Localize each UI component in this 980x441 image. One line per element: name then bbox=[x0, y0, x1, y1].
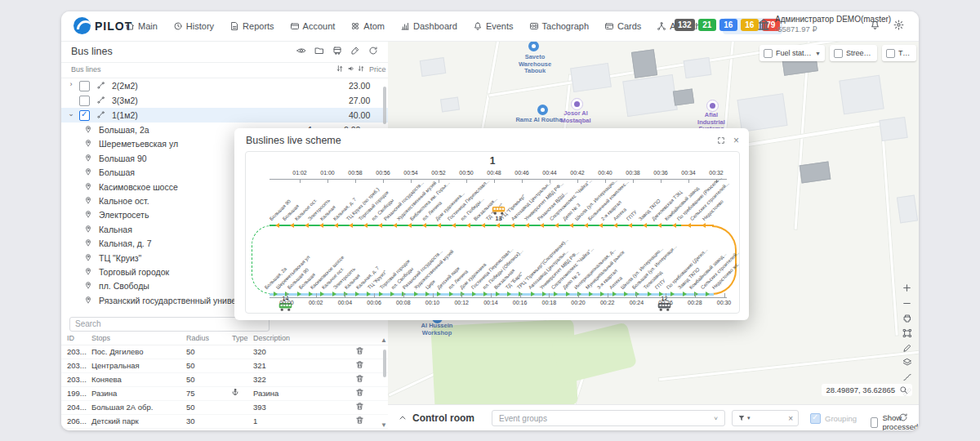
nav-item-history[interactable]: History bbox=[168, 18, 219, 34]
folder-icon[interactable] bbox=[314, 46, 324, 56]
poi-purple-icon[interactable] bbox=[571, 98, 583, 110]
route-arrow-right bbox=[274, 292, 278, 296]
eye-icon[interactable] bbox=[296, 46, 306, 56]
list-scrollbar[interactable] bbox=[383, 87, 386, 124]
table-scrollbar[interactable] bbox=[383, 350, 386, 377]
funnel-icon[interactable] bbox=[737, 414, 746, 422]
swap-sort-icon[interactable] bbox=[357, 65, 365, 73]
grouping-checkbox[interactable] bbox=[810, 413, 821, 424]
line-checkbox[interactable] bbox=[79, 81, 90, 91]
trash-icon[interactable] bbox=[355, 374, 364, 383]
scheme-bus-13[interactable]: 13 bbox=[492, 206, 506, 222]
counter-badge[interactable]: 132 bbox=[675, 19, 695, 31]
trash-icon[interactable] bbox=[355, 388, 364, 397]
kebab-menu-icon[interactable]: ⋮ bbox=[917, 19, 919, 31]
table-row[interactable]: 199...Разина75Разина bbox=[61, 386, 388, 401]
counter-badge[interactable]: 21 bbox=[698, 19, 716, 31]
trash-icon[interactable] bbox=[355, 402, 364, 411]
top-tick bbox=[577, 179, 578, 183]
route-arrow-right bbox=[531, 292, 535, 296]
gear-icon[interactable] bbox=[893, 20, 904, 30]
map-control-fuel-station-types[interactable]: Fuel station types▼ bbox=[760, 45, 825, 61]
grouping-control[interactable]: Grouping bbox=[810, 413, 857, 424]
nav-item-main[interactable]: Main bbox=[120, 18, 163, 34]
pencil-icon[interactable] bbox=[902, 343, 912, 353]
select-chevron-icon: ˅ bbox=[714, 415, 718, 422]
line-checkbox[interactable] bbox=[79, 96, 90, 106]
panel-icons bbox=[296, 46, 378, 56]
bell-icon[interactable] bbox=[870, 20, 880, 30]
nav-item-cards[interactable]: Cards bbox=[599, 18, 646, 34]
nav-item-events[interactable]: Events bbox=[468, 18, 519, 34]
cell-id: 204... bbox=[67, 403, 87, 412]
nav-item-atom[interactable]: Atom bbox=[345, 18, 390, 34]
brush-icon[interactable] bbox=[350, 46, 360, 56]
poi-purple-icon[interactable] bbox=[706, 100, 719, 112]
map-control-traffic[interactable]: Traffic bbox=[882, 45, 916, 61]
top-tick-label: 00:50 bbox=[459, 170, 474, 176]
close-icon[interactable]: × bbox=[733, 135, 739, 146]
bus-line-row[interactable]: ⌄1(1м2)40.00▼ bbox=[61, 108, 388, 122]
scroll-down-icon[interactable]: ▼ bbox=[381, 421, 387, 429]
bottom-tick bbox=[608, 293, 608, 297]
layer-checkbox[interactable] bbox=[886, 49, 895, 58]
nav-item-reports[interactable]: Reports bbox=[225, 18, 279, 34]
expander-icon[interactable]: › bbox=[67, 80, 75, 88]
sort-icon[interactable] bbox=[336, 65, 344, 73]
refresh-icon[interactable] bbox=[368, 46, 378, 56]
expand-icon[interactable] bbox=[717, 135, 725, 146]
map-control-street-view[interactable]: Street view bbox=[830, 45, 877, 61]
trash-icon[interactable] bbox=[355, 430, 364, 430]
zoom-in-icon[interactable] bbox=[902, 283, 912, 293]
poi-blue-icon[interactable] bbox=[528, 41, 539, 51]
counter-badge[interactable]: 16 bbox=[741, 19, 759, 31]
top-tick bbox=[439, 179, 439, 183]
cell-radius: 75 bbox=[186, 389, 195, 398]
counter-badge[interactable]: 16 bbox=[719, 19, 737, 31]
nav-item-tachograph[interactable]: Tachograph bbox=[524, 18, 595, 34]
bottom-tick bbox=[666, 293, 666, 297]
table-row[interactable]: 206...Магазин"КОЛОС"501 bbox=[61, 428, 388, 430]
trash-icon[interactable] bbox=[355, 360, 364, 369]
expander-icon[interactable]: ⌄ bbox=[67, 109, 75, 118]
layer-checkbox[interactable] bbox=[764, 49, 773, 58]
table-row[interactable]: 204...Большая 2А обр.50393 bbox=[61, 400, 388, 415]
trash-icon[interactable] bbox=[355, 416, 364, 425]
scroll-up-icon[interactable]: ▲ bbox=[381, 336, 387, 344]
nav-item-dashboard[interactable]: Dashboard bbox=[395, 18, 462, 34]
magnifier-icon[interactable] bbox=[899, 385, 908, 394]
nav-item-account[interactable]: Account bbox=[285, 18, 341, 34]
map-coordinates: 28.49897, 36.62865 bbox=[822, 384, 912, 396]
collapse-up-icon[interactable] bbox=[398, 413, 408, 423]
filter-box[interactable]: ▾ × bbox=[732, 410, 799, 426]
zoom-out-icon[interactable] bbox=[902, 298, 912, 309]
show-processed-checkbox[interactable] bbox=[871, 417, 878, 428]
bottom-tick bbox=[316, 293, 317, 297]
top-tick bbox=[522, 179, 523, 183]
pin-icon bbox=[84, 281, 92, 289]
line-checkbox[interactable] bbox=[79, 110, 90, 121]
table-row[interactable]: 206...Детский парк301 bbox=[61, 414, 388, 429]
frame-icon[interactable] bbox=[902, 328, 912, 338]
layer-checkbox[interactable] bbox=[834, 49, 843, 58]
show-processed-control[interactable]: Show processed bbox=[871, 413, 919, 430]
table-row[interactable]: 203...Пос. Дягилево50320 bbox=[61, 345, 388, 359]
bus-line-row[interactable]: ›2(2м2)23.00▼ bbox=[61, 78, 388, 93]
bottom-tick-label: 00:04 bbox=[338, 300, 353, 305]
poi-blue-icon[interactable] bbox=[537, 105, 548, 115]
event-groups-select[interactable]: Event groups ˅ bbox=[492, 410, 725, 426]
clear-filter-icon[interactable]: × bbox=[788, 414, 793, 423]
refresh-events-icon[interactable] bbox=[898, 412, 908, 422]
bottom-tick-label: 00:26 bbox=[658, 300, 673, 305]
print-icon[interactable] bbox=[902, 314, 912, 323]
layer-label: Street view bbox=[846, 49, 873, 57]
bus-icon[interactable] bbox=[332, 46, 342, 56]
trash-icon[interactable] bbox=[355, 346, 364, 355]
table-row[interactable]: 203...Центральная50321 bbox=[61, 359, 388, 373]
bottom-tick-label: 00:00 bbox=[279, 300, 294, 305]
table-row[interactable]: 203...Коняева50322 bbox=[61, 372, 388, 387]
route-icon[interactable] bbox=[902, 372, 912, 382]
layers-icon[interactable] bbox=[902, 358, 912, 368]
speaker-icon[interactable] bbox=[347, 65, 355, 73]
bus-line-row[interactable]: 3(3м2)27.00▼ bbox=[61, 93, 388, 108]
